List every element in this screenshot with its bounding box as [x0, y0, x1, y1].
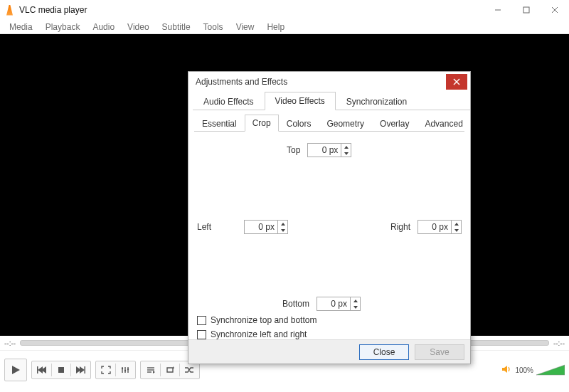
crop-right-spin[interactable]: 0 px — [418, 220, 462, 234]
svg-marker-31 — [153, 371, 155, 374]
sync-top-bottom-label: Synchronize top and bottom — [211, 315, 317, 325]
svg-marker-14 — [12, 366, 20, 374]
svg-rect-1 — [523, 7, 529, 13]
svg-marker-20 — [80, 366, 85, 374]
menu-tools[interactable]: Tools — [198, 21, 229, 33]
svg-marker-33 — [536, 365, 565, 375]
subtab-geometry[interactable]: Geometry — [319, 115, 372, 132]
vlc-cone-icon — [4, 5, 15, 16]
svg-marker-7 — [344, 152, 349, 155]
subtab-essential[interactable]: Essential — [194, 115, 245, 132]
crop-left-label: Left — [197, 222, 211, 232]
subtab-advanced[interactable]: Advanced — [417, 115, 470, 132]
svg-marker-32 — [173, 366, 174, 369]
svg-marker-10 — [454, 223, 459, 226]
svg-marker-12 — [353, 300, 358, 302]
fullscreen-button[interactable] — [97, 361, 115, 378]
maximize-button[interactable] — [512, 0, 541, 20]
volume-label: 100% — [515, 366, 533, 374]
tab-video-effects[interactable]: Video Effects — [265, 92, 336, 110]
crop-left-spin[interactable]: 0 px — [244, 220, 288, 234]
svg-marker-8 — [281, 223, 285, 226]
menu-view[interactable]: View — [230, 21, 260, 33]
crop-bottom-spin[interactable]: 0 px — [317, 297, 361, 311]
extended-settings-button[interactable] — [117, 361, 134, 378]
crop-right-value: 0 px — [418, 222, 451, 232]
dialog-save[interactable]: Save — [415, 344, 464, 360]
dialog-close-button[interactable] — [446, 74, 467, 90]
mute-button[interactable] — [501, 364, 512, 377]
crop-panel: Top 0 px Left 0 px Right 0 px — [194, 132, 464, 339]
subtab-colors[interactable]: Colors — [279, 115, 319, 132]
svg-point-25 — [122, 368, 123, 369]
svg-marker-11 — [454, 229, 459, 232]
subtab-crop[interactable]: Crop — [245, 115, 279, 132]
time-current: --:-- — [4, 339, 16, 347]
volume-slider[interactable] — [536, 364, 565, 376]
sub-tabs: Essential Crop Colors Geometry Overlay A… — [194, 115, 464, 132]
dialog-close[interactable]: Close — [359, 344, 409, 360]
loop-button[interactable] — [161, 361, 179, 378]
crop-right-label: Right — [390, 222, 410, 232]
menu-help[interactable]: Help — [261, 21, 290, 33]
svg-marker-6 — [344, 146, 349, 149]
crop-top-value: 0 px — [308, 145, 341, 155]
prev-button[interactable] — [33, 361, 50, 378]
menu-subtitle[interactable]: Subtitle — [156, 21, 196, 33]
main-tabs: Audio Effects Video Effects Synchronizat… — [193, 92, 470, 110]
crop-top-label: Top — [287, 145, 300, 155]
subtab-overlay[interactable]: Overlay — [372, 115, 417, 132]
next-button[interactable] — [72, 361, 89, 378]
dialog-title: Adjustments and Effects — [196, 77, 287, 87]
close-button[interactable] — [541, 0, 569, 20]
crop-left-value: 0 px — [245, 222, 277, 232]
dialog-footer: Close Save — [188, 339, 470, 364]
sync-left-right-label: Synchronize left and right — [211, 329, 307, 339]
playlist-button[interactable] — [142, 361, 159, 378]
svg-rect-18 — [58, 367, 64, 373]
menu-media[interactable]: Media — [4, 21, 38, 33]
titlebar: VLC media player — [0, 0, 569, 20]
menu-playback[interactable]: Playback — [40, 21, 86, 33]
video-area: Adjustments and Effects Audio Effects Vi… — [0, 34, 569, 336]
menubar: Media Playback Audio Video Subtitle Tool… — [0, 20, 569, 34]
crop-bottom-label: Bottom — [282, 299, 309, 309]
crop-top-spin[interactable]: 0 px — [307, 143, 351, 157]
svg-point-26 — [124, 370, 126, 371]
svg-marker-9 — [281, 229, 285, 232]
play-button[interactable] — [4, 359, 27, 381]
svg-point-27 — [127, 369, 129, 370]
tab-audio-effects[interactable]: Audio Effects — [193, 92, 265, 110]
sync-top-bottom-checkbox[interactable] — [197, 316, 206, 325]
svg-marker-13 — [353, 306, 358, 309]
sync-left-right-checkbox[interactable] — [197, 330, 206, 339]
adjustments-dialog: Adjustments and Effects Audio Effects Vi… — [188, 71, 471, 364]
crop-bottom-value: 0 px — [317, 299, 350, 309]
menu-video[interactable]: Video — [122, 21, 154, 33]
window-title: VLC media player — [19, 5, 87, 15]
dialog-titlebar: Adjustments and Effects — [188, 72, 470, 92]
time-total: --:-- — [553, 339, 565, 347]
svg-rect-16 — [37, 366, 38, 374]
tab-synchronization[interactable]: Synchronization — [336, 92, 418, 110]
menu-audio[interactable]: Audio — [87, 21, 120, 33]
minimize-button[interactable] — [484, 0, 512, 20]
svg-rect-21 — [85, 366, 86, 374]
stop-button[interactable] — [53, 361, 70, 378]
